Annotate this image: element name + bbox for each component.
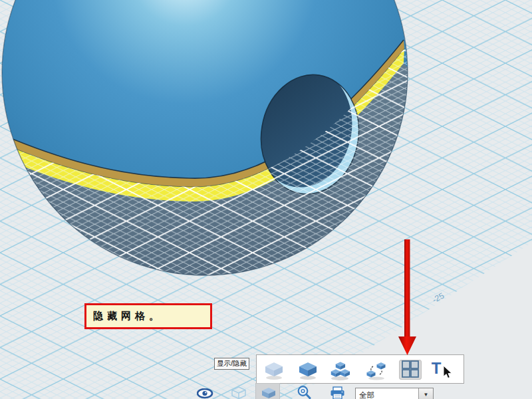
hide-grid-callout-text: 隐藏网格。 xyxy=(93,310,163,323)
filter-dropdown[interactable]: 全部 ▼ xyxy=(355,388,434,399)
filter-dropdown-value: 全部 xyxy=(356,388,418,399)
solid-view-button[interactable] xyxy=(261,387,277,399)
solid-cube-icon xyxy=(299,362,317,380)
cube-pattern-button[interactable] xyxy=(364,358,388,382)
grid-toggle-button[interactable] xyxy=(399,358,423,382)
cube-group-button[interactable] xyxy=(328,358,352,382)
translucent-cube-icon xyxy=(265,362,283,380)
mouse-cursor-icon xyxy=(443,366,454,380)
hide-grid-callout: 隐藏网格。 xyxy=(84,303,212,329)
text-tool-glyph: T xyxy=(432,359,442,377)
solid-cube-button[interactable] xyxy=(296,358,320,382)
zoom-magnifier-icon xyxy=(299,386,310,398)
solid-box-icon xyxy=(262,388,275,398)
zoom-button[interactable] xyxy=(297,386,313,399)
eye-visibility-button[interactable] xyxy=(197,388,213,399)
wireframe-box-icon xyxy=(232,387,245,399)
translucent-cube-button[interactable] xyxy=(262,358,286,382)
cube-group-icon xyxy=(331,362,350,380)
print-button[interactable] xyxy=(330,386,346,399)
show-hide-tooltip-text: 显示/隐藏 xyxy=(217,359,247,367)
visibility-toolbar-panel: T xyxy=(256,354,464,384)
printer-icon xyxy=(331,387,344,399)
wireframe-view-button[interactable] xyxy=(231,386,247,399)
grid-icon xyxy=(402,361,418,377)
show-hide-tooltip: 显示/隐藏 xyxy=(214,358,249,370)
dropdown-arrow-icon[interactable]: ▼ xyxy=(418,388,433,399)
eye-icon xyxy=(198,389,212,398)
viewport-3d-scene xyxy=(0,0,532,399)
cad-viewport: { "annotation": { "text": "隐藏网格。" }, "gr… xyxy=(0,0,532,399)
cube-pattern-icon xyxy=(367,362,386,380)
